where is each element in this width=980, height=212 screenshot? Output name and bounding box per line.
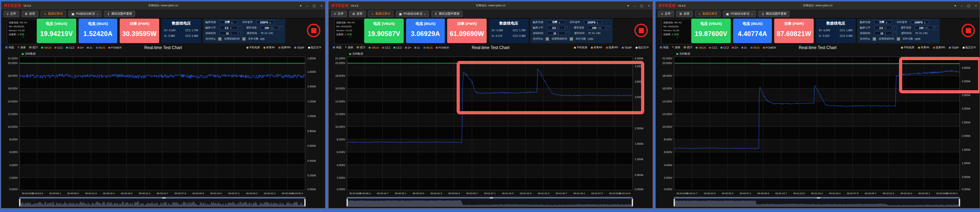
sample-rate-select[interactable]: 10SPS∨ (584, 20, 602, 24)
chart-tool-button[interactable]: ▦绘图 (5, 45, 14, 49)
legend-item-cc2[interactable]: CC2 (720, 46, 729, 49)
legend-item-vbus[interactable]: VBUS (41, 46, 51, 49)
buffer-depth-input[interactable]: 100MB (588, 26, 606, 30)
trigger-basis-select[interactable]: 功率∨ (220, 20, 238, 24)
buffer-depth-input[interactable]: 100MB (915, 26, 933, 30)
auto-stop-checkbox[interactable] (218, 37, 222, 41)
legend-item-cc1[interactable]: CC1 (382, 46, 390, 49)
legend-item[interactable]: 能占比% (963, 45, 976, 49)
legend-item[interactable]: 容量Ah (918, 45, 929, 49)
legend-item[interactable]: 能量Wh (278, 45, 291, 49)
chart-tool-button[interactable]: ▤统计 (29, 45, 38, 49)
navigator-scrollbar[interactable] (19, 197, 305, 199)
chart-tool-button[interactable]: ▤统计 (357, 45, 366, 49)
expand-chevron-icon[interactable]: ∨ (336, 36, 365, 38)
navigator-scrollbar[interactable] (347, 197, 633, 199)
duration-stepper[interactable]: ▲▼ (239, 31, 242, 36)
legend-item-vbus[interactable]: VBUS (696, 46, 706, 49)
expand-chevron-icon[interactable]: ∨ (663, 36, 692, 38)
menu-firmware-button[interactable]: ↧测试仪固件更新 (104, 11, 135, 17)
duration-input[interactable]: 10S (220, 31, 238, 35)
dropdown-icon[interactable]: ▾ (627, 4, 629, 8)
legend-item[interactable]: 能量Wh (933, 45, 945, 49)
legend-item-d-[interactable]: D- (741, 46, 747, 49)
legend-item[interactable]: TEMP (949, 45, 959, 49)
dropdown-icon[interactable]: ▾ (300, 4, 301, 8)
legend-item-cc1[interactable]: CC1 (709, 46, 717, 49)
legend-item-cc2[interactable]: CC2 (66, 46, 74, 49)
chart-tool-button[interactable]: ✎测量 (17, 45, 26, 49)
menu-pd-analyzer-button[interactable]: ▣PD协议分析仪∨ (68, 11, 102, 17)
navigator-scrollbar-thumb[interactable] (817, 197, 820, 199)
sample-rate-select[interactable]: 10SPS∨ (911, 20, 929, 24)
navigator-scrollbar-thumb[interactable] (490, 197, 493, 199)
legend-item-power[interactable]: POWER (436, 46, 449, 49)
legend-item-cc1[interactable]: CC1 (55, 46, 63, 49)
legend-item[interactable]: 能量Wh (606, 45, 618, 49)
legend-item-d+[interactable]: D+ (732, 46, 738, 49)
auto-stop-checkbox[interactable] (873, 37, 876, 41)
menu-recorder-button[interactable]: ∿数据记录仪 (695, 11, 720, 17)
legend-item-ibus[interactable]: IBUS (96, 46, 105, 49)
legend-item-vbus[interactable]: VBUS (369, 46, 379, 49)
legend-item[interactable]: 能占比% (308, 45, 321, 49)
trigger-below-input[interactable]: 3.0W (547, 26, 565, 30)
minimize-button[interactable]: – (306, 4, 308, 8)
minimize-button[interactable]: – (634, 4, 635, 8)
navigator-scrollbar-thumb[interactable] (162, 197, 166, 199)
menu-recorder-button[interactable]: ∿数据记录仪 (368, 11, 393, 17)
legend-item[interactable]: 手机电量 (901, 45, 914, 49)
legend-item[interactable]: 手机电量 (246, 45, 260, 49)
menu-settings-button[interactable]: ⚙设置 (676, 11, 693, 17)
maximize-button[interactable]: ▢ (313, 4, 316, 8)
legend-item[interactable]: 容量Ah (591, 45, 602, 49)
navigator-left-handle[interactable] (673, 199, 675, 206)
minimize-button[interactable]: – (961, 4, 962, 8)
auto-stop-checkbox[interactable] (545, 37, 549, 41)
navigator-right-handle[interactable] (959, 199, 960, 206)
legend-item-d-[interactable]: D- (414, 46, 420, 49)
stop-record-button[interactable] (961, 24, 975, 37)
navigator-right-handle[interactable] (304, 199, 306, 206)
legend-item-d+[interactable]: D+ (77, 46, 84, 49)
navigator-scrollbar[interactable] (674, 197, 960, 199)
use-system-time-checkbox[interactable] (242, 37, 246, 41)
chart-tool-button[interactable]: ▤统计 (684, 45, 693, 49)
buffer-depth-input[interactable]: 100MB (260, 26, 278, 30)
legend-item[interactable]: 容量Ah (263, 45, 275, 49)
duration-input[interactable]: 10S (874, 31, 892, 35)
buffer-depth-stepper[interactable]: ▲▼ (934, 26, 937, 30)
menu-firmware-button[interactable]: ↧测试仪固件更新 (758, 11, 790, 17)
legend-item-cc2[interactable]: CC2 (393, 46, 402, 49)
legend-item-d+[interactable]: D+ (405, 46, 411, 49)
close-button[interactable]: × (648, 4, 650, 8)
trigger-below-input[interactable]: 3.0W (874, 26, 892, 30)
navigator-left-handle[interactable] (346, 199, 348, 206)
trigger-basis-select[interactable]: 功率∨ (874, 20, 892, 24)
menu-pd-analyzer-button[interactable]: ▣PD协议分析仪∨ (723, 11, 756, 17)
close-button[interactable]: × (320, 4, 322, 8)
maximize-button[interactable]: ▢ (967, 4, 971, 8)
legend-item[interactable]: 能占比% (636, 45, 649, 49)
stop-record-button[interactable] (634, 24, 648, 37)
navigator-right-handle[interactable] (632, 199, 633, 206)
trigger-below-stepper[interactable]: ▲▼ (238, 26, 242, 30)
legend-item[interactable]: 手机电量 (574, 45, 587, 49)
trigger-basis-select[interactable]: 功率∨ (547, 20, 565, 24)
chart-tool-button[interactable]: ✎测量 (345, 45, 354, 49)
duration-stepper[interactable]: ▲▼ (566, 31, 570, 36)
trigger-below-stepper[interactable]: ▲▼ (566, 26, 569, 30)
menu-settings-button[interactable]: ⚙设置 (22, 11, 38, 17)
close-button[interactable]: × (975, 4, 977, 8)
menu-recorder-button[interactable]: ∿数据记录仪 (41, 11, 66, 17)
trigger-below-stepper[interactable]: ▲▼ (893, 26, 896, 30)
buffer-depth-stepper[interactable]: ▲▼ (279, 26, 283, 30)
chart-tool-button[interactable]: ✎测量 (672, 45, 681, 49)
menu-file-button[interactable]: ≡文件 (331, 11, 347, 17)
legend-item-power[interactable]: POWER (108, 46, 121, 49)
chart-tool-button[interactable]: ▦绘图 (333, 45, 342, 49)
chart-tool-button[interactable]: ▦绘图 (660, 45, 669, 49)
duration-stepper[interactable]: ▲▼ (893, 31, 897, 36)
legend-item[interactable]: TEMP (294, 45, 305, 49)
navigator-left-handle[interactable] (19, 199, 21, 206)
